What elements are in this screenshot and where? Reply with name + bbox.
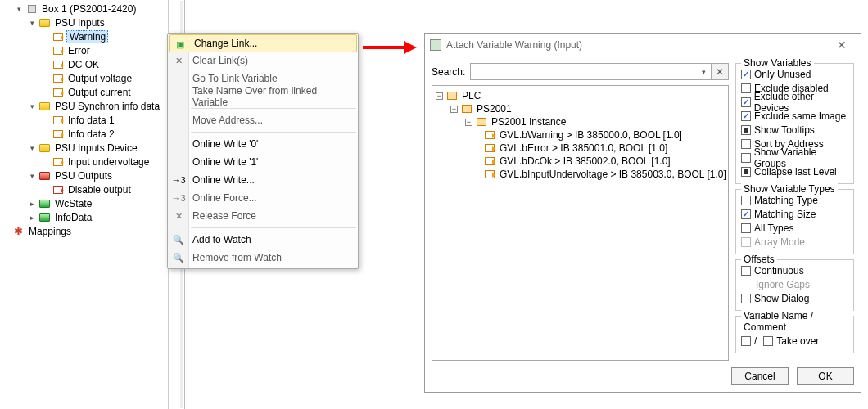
var-icon	[483, 143, 495, 154]
tree-dcok[interactable]: DC OK	[0, 57, 168, 71]
group-legend: Show Variable Types	[741, 183, 838, 195]
search-input[interactable]	[470, 63, 712, 80]
tree-error[interactable]: Error	[0, 43, 168, 57]
var-item[interactable]: GVL.bError > IB 385001.0, BOOL [1.0]	[434, 142, 726, 155]
chk-label: All Types	[754, 222, 793, 234]
chk-show-dialog[interactable]: Show Dialog	[741, 291, 848, 305]
var-node-project[interactable]: − PS2001	[434, 102, 726, 115]
cancel-button[interactable]: Cancel	[731, 367, 789, 385]
plc-icon	[460, 104, 472, 115]
var-label: GVL.bError > IB 385001.0, BOOL [1.0]	[497, 142, 667, 154]
watch-add-icon: 🔍	[171, 232, 186, 247]
menu-label: Remove from Watch	[192, 252, 282, 263]
menu-separator	[191, 227, 356, 228]
menu-label: Take Name Over from linked Variable	[192, 85, 350, 108]
ok-button[interactable]: OK	[797, 367, 854, 385]
clear-search-button[interactable]: ✕	[711, 63, 729, 80]
collapse-icon[interactable]: ▾	[15, 4, 24, 13]
tree-label: Disable output	[66, 184, 131, 196]
chk-label: Matching Type	[754, 195, 818, 206]
menu-online-write[interactable]: →3 Online Write...	[168, 171, 358, 189]
menu-take-name[interactable]: Take Name Over from linked Variable	[168, 88, 358, 106]
tree-mappings[interactable]: ✱ Mappings	[0, 224, 168, 238]
menu-add-watch[interactable]: 🔍 Add to Watch	[168, 231, 358, 249]
tree-label: PSU Synchron info data	[52, 101, 160, 112]
tree-label: Input undervoltage	[66, 156, 149, 168]
chk-ignore-gaps: Ignore Gaps	[741, 277, 848, 291]
chk-show-tooltips[interactable]: Show Tooltips	[741, 123, 848, 137]
var-node-instance[interactable]: − PS2001 Instance	[434, 115, 726, 128]
collapse-icon[interactable]: −	[436, 92, 443, 100]
menu-online-write-0[interactable]: Online Write '0'	[168, 135, 358, 153]
close-button[interactable]: ✕	[828, 37, 856, 53]
tree-info1[interactable]: Info data 1	[0, 113, 168, 127]
tree-label: PSU Inputs Device	[52, 142, 138, 154]
chk-collapse-last[interactable]: Collapse last Level	[741, 164, 848, 178]
tree-label: InfoData	[52, 212, 92, 223]
menu-release-force[interactable]: ✕ Release Force	[168, 207, 358, 225]
tree-warning[interactable]: Warning	[0, 29, 168, 43]
chk-take-over[interactable]: / Take over	[741, 334, 848, 348]
collapse-icon[interactable]: ▾	[28, 171, 37, 180]
dialog-titlebar[interactable]: Attach Variable Warning (Input) ✕	[425, 34, 861, 56]
tree-psu-inputs[interactable]: ▾ PSU Inputs	[0, 16, 168, 29]
folder-icon	[38, 170, 51, 181]
menu-label: Online Force...	[192, 192, 257, 204]
chk-label: Show Dialog	[754, 293, 809, 304]
chk-exclude-other[interactable]: Exclude other Devices	[741, 95, 848, 109]
tree-box[interactable]: ▾ Box 1 (PS2001-2420)	[0, 2, 168, 16]
var-item[interactable]: GVL.bDcOk > IB 385002.0, BOOL [1.0]	[434, 155, 726, 168]
tree-disable-output[interactable]: Disable output	[0, 182, 168, 196]
search-label: Search:	[432, 66, 465, 78]
collapse-icon[interactable]: −	[450, 106, 458, 113]
tree-psu-outputs[interactable]: ▾ PSU Outputs	[0, 169, 168, 182]
chk-exclude-same[interactable]: Exclude same Image	[741, 109, 848, 123]
var-icon	[483, 130, 495, 141]
expand-icon[interactable]: ▸	[28, 199, 37, 208]
menu-change-link[interactable]: ▣ Change Link...	[169, 34, 357, 52]
dialog-buttons: Cancel OK	[425, 361, 861, 392]
var-node-plc[interactable]: − PLC	[434, 89, 726, 102]
menu-move-address[interactable]: Move Address...	[168, 111, 358, 129]
link-icon: ▣	[173, 37, 188, 52]
tree-output-current[interactable]: Output current	[0, 85, 168, 99]
var-label: PLC	[459, 90, 481, 101]
var-label: GVL.bWarning > IB 385000.0, BOOL [1.0]	[497, 129, 682, 141]
collapse-icon[interactable]: ▾	[28, 101, 37, 110]
tree-output-voltage[interactable]: Output voltage	[0, 71, 168, 85]
var-item[interactable]: GVL.bInputUndervoltage > IB 385003.0, BO…	[434, 168, 726, 181]
menu-clear-link[interactable]: ✕ Clear Link(s)	[168, 52, 358, 70]
chk-all-types[interactable]: All Types	[741, 221, 848, 235]
tree-input-undervoltage[interactable]: Input undervoltage	[0, 155, 168, 169]
chk-label: Show Tooltips	[754, 124, 815, 136]
var-icon	[483, 156, 495, 167]
chk-matching-size[interactable]: Matching Size	[741, 207, 848, 221]
var-icon	[52, 87, 64, 97]
tree-wcstate[interactable]: ▸ WcState	[0, 196, 168, 210]
tree-label: Error	[66, 45, 90, 56]
write-icon: →3	[171, 173, 186, 187]
chk-only-unused[interactable]: Only Unused	[741, 67, 848, 81]
menu-remove-watch[interactable]: 🔍 Remove from Watch	[168, 249, 358, 267]
tree-label: PSU Inputs	[52, 17, 105, 29]
collapse-icon[interactable]: −	[465, 119, 472, 126]
menu-online-force[interactable]: →3 Online Force...	[168, 189, 358, 207]
tree-label: PSU Outputs	[52, 170, 112, 182]
menu-online-write-1[interactable]: Online Write '1'	[168, 153, 358, 171]
collapse-icon[interactable]: ▾	[28, 18, 37, 27]
tree-psu-sync[interactable]: ▾ PSU Synchron info data	[0, 99, 168, 113]
chk-show-groups[interactable]: Show Variable Groups	[741, 151, 848, 164]
tree-info2[interactable]: Info data 2	[0, 127, 168, 141]
chk-matching-type[interactable]: Matching Type	[741, 193, 848, 207]
chk-continuous[interactable]: Continuous	[741, 263, 848, 277]
tree-infodata[interactable]: ▸ InfoData	[0, 210, 168, 224]
var-item[interactable]: GVL.bWarning > IB 385000.0, BOOL [1.0]	[434, 128, 726, 142]
collapse-icon[interactable]: ▾	[28, 143, 37, 152]
slash: /	[754, 335, 757, 347]
watch-remove-icon: 🔍	[171, 250, 186, 265]
var-icon	[52, 128, 64, 139]
variable-tree[interactable]: − PLC − PS2001 − PS2001 Instance GVL.bWa…	[432, 85, 729, 361]
expand-icon[interactable]: ▸	[28, 213, 37, 222]
var-label: PS2001 Instance	[489, 116, 566, 128]
tree-psu-inputs-device[interactable]: ▾ PSU Inputs Device	[0, 141, 168, 155]
